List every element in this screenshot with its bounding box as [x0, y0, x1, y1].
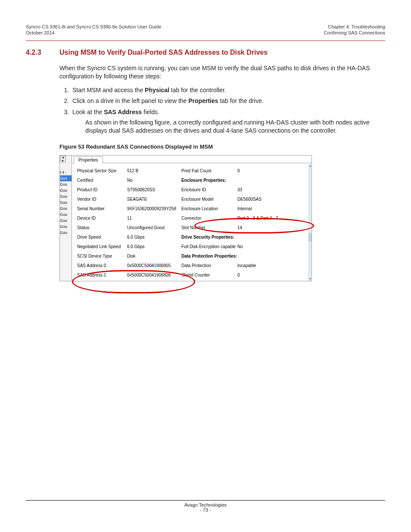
prop-value: 0x5000C50041906806 [127, 273, 181, 277]
prop-label: Connector [181, 216, 237, 221]
step-note: As shown in the following figure, a corr… [85, 118, 385, 135]
prop-label: Enclosure Location [181, 206, 237, 211]
intro-paragraph: When the Syncro CS system is running, yo… [59, 64, 385, 81]
prop-label: Physical Sector Size [77, 168, 127, 173]
tree-item[interactable]: Goo [60, 193, 72, 199]
msm-tree-panel[interactable]: t 4 - Goo Goo Goo Goo Goo Goo Goo Goo Go… [60, 156, 72, 281]
vertical-scrollbar[interactable]: ▴ ▾ [308, 164, 311, 281]
prop-value: 0 [237, 168, 285, 173]
prop-label: Full Disk Encryption capable [181, 244, 237, 249]
tree-item[interactable]: Goo [60, 187, 72, 193]
prop-value: Unconfigured Good [127, 225, 181, 230]
prop-label: Serial Number [77, 206, 127, 211]
prop-value: 33 [237, 187, 285, 192]
prop-label: SAS Address 1 [77, 273, 127, 277]
prop-heading: Enclosure Properties: [181, 178, 237, 183]
prop-label: Slot Number [181, 225, 237, 230]
prop-label: Certified [77, 178, 127, 183]
step-1: Start MSM and access the Physical tab fo… [71, 86, 385, 95]
page-header: Syncro CS 9361-8i and Syncro CS 9380-8e … [26, 24, 385, 36]
section-label: Confirming SAS Connections [324, 30, 385, 36]
header-rule [26, 40, 385, 41]
prop-value: 512 B [127, 168, 181, 173]
prop-value: 14 [237, 225, 285, 230]
step-3: Look at the SAS Address fields. As shown… [71, 108, 385, 135]
prop-value: No [237, 244, 285, 249]
figure-caption: Figure 53 Redundant SAS Connections Disp… [59, 143, 385, 151]
doc-title: Syncro CS 9361-8i and Syncro CS 9380-8e … [26, 24, 161, 30]
prop-label: Enclosure Model [181, 197, 237, 202]
prop-value: 9XF1636200009239Y258 [127, 206, 181, 211]
scroll-up-icon[interactable]: ▴ [308, 164, 312, 168]
prop-label: Vendor ID [77, 197, 127, 202]
tree-slot[interactable]: t 4 - [60, 169, 72, 175]
chapter-label: Chapter 4: Troubleshooting [324, 24, 385, 30]
properties-tab[interactable]: Properties [74, 156, 103, 163]
prop-value: 0 [237, 273, 285, 277]
prop-label: Status [77, 225, 127, 230]
prop-value: 6.0 Gbps [127, 235, 181, 240]
prop-value: ST9500620SS [127, 187, 181, 192]
section-title: Using MSM to Verify Dual-Ported SAS Addr… [59, 49, 268, 56]
prop-value: Incapable [237, 263, 285, 268]
prop-label: Product ID [77, 187, 127, 192]
section-heading: 4.2.3 Using MSM to Verify Dual-Ported SA… [26, 49, 385, 56]
tree-item-selected[interactable]: Goo [60, 175, 72, 181]
pane-collapse-handle[interactable]: ◂▸ [60, 156, 66, 162]
tree-item[interactable]: Goo [60, 181, 72, 187]
scroll-thumb[interactable] [309, 233, 311, 242]
prop-value: Internal [237, 206, 285, 211]
prop-value: 0x5000C50041906805 [127, 263, 181, 268]
footer-page: - 73 - [26, 507, 385, 513]
prop-label: Pred Fail Count [181, 168, 237, 173]
tree-item[interactable]: Goo [60, 230, 72, 236]
footer-company: Avago Technologies [26, 502, 385, 507]
scroll-down-icon[interactable]: ▾ [308, 277, 312, 281]
prop-label: Drive Speed [77, 235, 127, 240]
prop-heading: Data Protection Properties: [181, 254, 237, 258]
prop-label: Device ID [77, 216, 127, 221]
prop-value: 6.0 Gbps [127, 244, 181, 249]
prop-value: Port 0 - 3 & Port 4 - 7 [237, 216, 285, 221]
prop-label: Enclosure ID [181, 187, 237, 192]
section-number: 4.2.3 [26, 49, 59, 56]
prop-heading: Drive Security Properties: [181, 235, 237, 240]
prop-label: Negotiated Link Speed [77, 244, 127, 249]
prop-label: SCSI Device Type [77, 254, 127, 258]
page-footer: Avago Technologies - 73 - [26, 500, 385, 513]
tree-item[interactable]: Goo [60, 212, 72, 218]
steps-list: Start MSM and access the Physical tab fo… [59, 86, 385, 135]
properties-grid: Physical Sector Size 512 B Pred Fail Cou… [72, 163, 311, 281]
step-2: Click on a drive in the left panel to vi… [71, 97, 385, 106]
prop-label: SAS Address 0 [77, 263, 127, 268]
tree-item[interactable]: Goo [60, 218, 72, 224]
prop-label: Shield Counter [181, 273, 237, 277]
doc-date: October 2014 [26, 30, 161, 36]
prop-label: Data Protection [181, 263, 237, 268]
prop-value: No [127, 178, 181, 183]
tree-item[interactable]: Goo [60, 224, 72, 230]
body-content: When the Syncro CS system is running, yo… [59, 64, 385, 151]
msm-screenshot: ◂▸ t 4 - Goo Goo Goo Goo Goo Goo Goo Goo… [59, 155, 312, 281]
tree-item[interactable]: Goo [60, 205, 72, 212]
prop-value: DE5600SAS [237, 197, 285, 202]
prop-value: 11 [127, 216, 181, 221]
prop-value: Disk [127, 254, 181, 258]
prop-value: SEAGATE [127, 197, 181, 202]
tree-item[interactable]: Goo [60, 199, 72, 205]
